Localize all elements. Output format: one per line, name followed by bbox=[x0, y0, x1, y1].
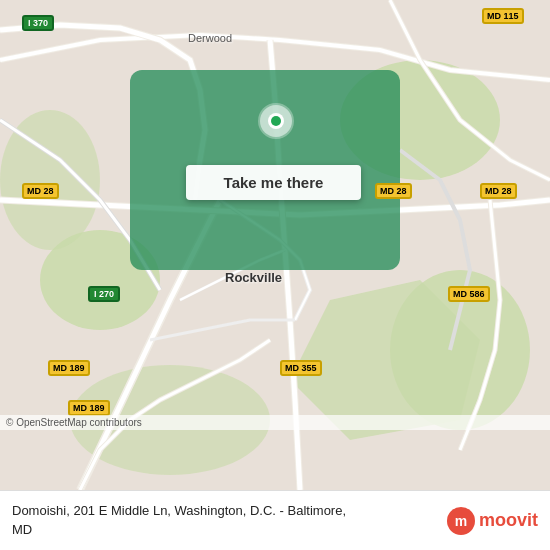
map-container: Take me there Rockville Derwood I 370 MD… bbox=[0, 0, 550, 490]
road-badge-md189-bot: MD 189 bbox=[68, 400, 110, 416]
road-badge-i370: I 370 bbox=[22, 15, 54, 31]
town-label: Derwood bbox=[188, 32, 232, 44]
moovit-dot: m bbox=[447, 507, 475, 535]
road-badge-md586: MD 586 bbox=[448, 286, 490, 302]
road-badge-md115: MD 115 bbox=[482, 8, 524, 24]
take-me-there-button[interactable]: Take me there bbox=[186, 165, 361, 200]
road-badge-md355: MD 355 bbox=[280, 360, 322, 376]
moovit-logo: m moovit bbox=[447, 507, 538, 535]
svg-point-10 bbox=[271, 116, 281, 126]
location-pin bbox=[258, 108, 294, 144]
road-badge-i270: I 270 bbox=[88, 286, 120, 302]
moovit-text: moovit bbox=[479, 510, 538, 531]
bottom-bar: Domoishi, 201 E Middle Ln, Washington, D… bbox=[0, 490, 550, 550]
road-badge-md189-left: MD 189 bbox=[48, 360, 90, 376]
road-badge-md28-left: MD 28 bbox=[22, 183, 59, 199]
address-text: Domoishi, 201 E Middle Ln, Washington, D… bbox=[12, 502, 362, 538]
copyright-bar: © OpenStreetMap contributors bbox=[0, 415, 550, 430]
city-label: Rockville bbox=[225, 270, 282, 285]
road-badge-md28-mid: MD 28 bbox=[375, 183, 412, 199]
road-badge-md28-right: MD 28 bbox=[480, 183, 517, 199]
